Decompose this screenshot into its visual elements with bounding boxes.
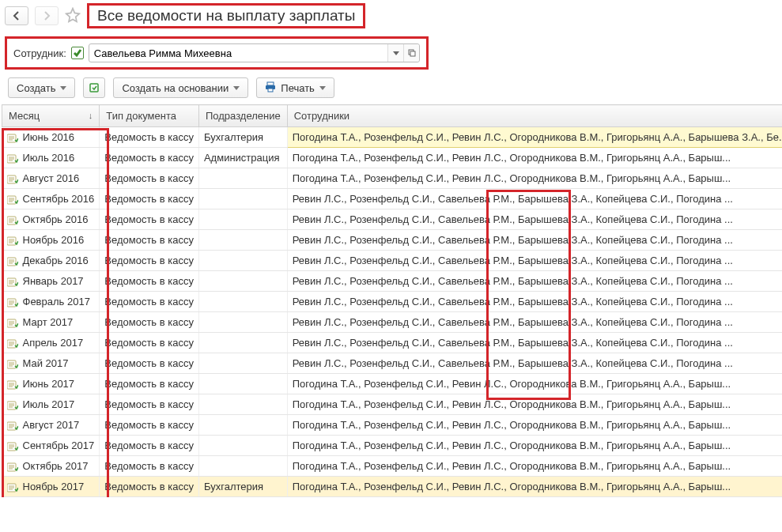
document-posted-icon — [7, 483, 18, 492]
cell-dept — [198, 209, 287, 230]
cell-doctype: Ведомость в кассу — [100, 436, 199, 456]
cell-dept — [198, 333, 287, 353]
filter-employee-input[interactable] — [89, 44, 387, 62]
cell-doctype: Ведомость в кассу — [100, 127, 199, 148]
svg-rect-3 — [267, 82, 274, 85]
cell-doctype: Ведомость в кассу — [100, 415, 199, 436]
cell-month: Май 2017 — [2, 353, 100, 374]
cell-dept — [198, 374, 287, 394]
filter-employee-checkbox[interactable] — [71, 47, 84, 59]
cell-doctype: Ведомость в кассу — [100, 148, 199, 168]
cell-month: Апрель 2017 — [2, 333, 100, 353]
table-row[interactable]: Август 2017Ведомость в кассуПогодина Т.А… — [2, 415, 783, 436]
col-month[interactable]: Месяц ↓ — [2, 105, 100, 127]
svg-rect-2 — [90, 84, 98, 92]
cell-employees: Погодина Т.А., Розенфельд С.И., Ревин Л.… — [287, 477, 782, 497]
document-posted-icon — [7, 339, 18, 349]
cell-employees: Погодина Т.А., Розенфельд С.И., Ревин Л.… — [287, 394, 782, 415]
table-row[interactable]: Март 2017Ведомость в кассуРевин Л.С., Ро… — [2, 312, 783, 333]
create-on-basis-button[interactable]: Создать на основании — [113, 77, 248, 98]
page-title: Все ведомости на выплату зарплаты — [97, 7, 355, 24]
cell-employees: Ревин Л.С., Розенфельд С.И., Савельева Р… — [287, 189, 782, 209]
table-row[interactable]: Май 2017Ведомость в кассуРевин Л.С., Роз… — [2, 353, 783, 374]
cell-doctype: Ведомость в кассу — [100, 271, 199, 292]
combo-dropdown-button[interactable] — [387, 44, 403, 62]
cell-dept — [198, 394, 287, 415]
table-row[interactable]: Октябрь 2016Ведомость в кассуРевин Л.С.,… — [2, 209, 783, 230]
cell-doctype: Ведомость в кассу — [100, 394, 199, 415]
cell-doctype: Ведомость в кассу — [100, 168, 199, 189]
cell-dept — [198, 312, 287, 333]
table-row[interactable]: Июль 2017Ведомость в кассуПогодина Т.А.,… — [2, 394, 783, 415]
cell-doctype: Ведомость в кассу — [100, 189, 199, 209]
create-button-label: Создать — [17, 82, 55, 94]
table-row[interactable]: Август 2016Ведомость в кассуПогодина Т.А… — [2, 168, 783, 189]
table-row[interactable]: Февраль 2017Ведомость в кассуРевин Л.С.,… — [2, 292, 783, 312]
printer-icon — [265, 81, 276, 95]
cell-doctype: Ведомость в кассу — [100, 230, 199, 251]
cell-month: Август 2016 — [2, 168, 100, 189]
cell-dept: Бухгалтерия — [198, 127, 287, 148]
table-row[interactable]: Ноябрь 2016Ведомость в кассуРевин Л.С., … — [2, 230, 783, 251]
table-row[interactable]: Апрель 2017Ведомость в кассуРевин Л.С., … — [2, 333, 783, 353]
document-posted-icon — [7, 134, 18, 143]
print-button[interactable]: Печать — [256, 77, 334, 98]
document-posted-icon — [7, 462, 18, 472]
document-posted-icon — [7, 319, 18, 328]
col-doctype[interactable]: Тип документа — [100, 105, 199, 127]
cell-dept: Бухгалтерия — [198, 477, 287, 497]
cell-employees: Погодина Т.А., Розенфельд С.И., Ревин Л.… — [287, 456, 782, 477]
sort-indicator-icon: ↓ — [89, 111, 93, 120]
document-posted-icon — [7, 236, 18, 246]
cell-dept — [198, 189, 287, 209]
filter-employee-combo[interactable] — [89, 43, 420, 62]
document-posted-icon — [7, 442, 18, 451]
cell-doctype: Ведомость в кассу — [100, 374, 199, 394]
cell-employees: Ревин Л.С., Розенфельд С.И., Савельева Р… — [287, 209, 782, 230]
document-posted-icon — [7, 216, 18, 225]
table-row[interactable]: Декабрь 2016Ведомость в кассуРевин Л.С.,… — [2, 251, 783, 271]
filter-employee-block: Сотрудник: — [5, 36, 429, 70]
table-row[interactable]: Июнь 2016Ведомость в кассуБухгалтерияПог… — [2, 127, 783, 148]
cell-employees: Погодина Т.А., Розенфельд С.И., Ревин Л.… — [287, 168, 782, 189]
col-dept[interactable]: Подразделение — [198, 105, 287, 127]
cell-dept — [198, 168, 287, 189]
cell-doctype: Ведомость в кассу — [100, 477, 199, 497]
document-posted-icon — [7, 421, 18, 431]
cell-month: Ноябрь 2017 — [2, 477, 100, 497]
document-posted-icon — [7, 175, 18, 184]
refresh-button[interactable] — [83, 77, 105, 98]
cell-month: Август 2017 — [2, 415, 100, 436]
table-row[interactable]: Июль 2016Ведомость в кассуАдминистрацияП… — [2, 148, 783, 168]
cell-month: Декабрь 2016 — [2, 251, 100, 271]
table-row[interactable]: Сентябрь 2016Ведомость в кассуРевин Л.С.… — [2, 189, 783, 209]
document-posted-icon — [7, 277, 18, 287]
cell-employees: Ревин Л.С., Розенфельд С.И., Савельева Р… — [287, 333, 782, 353]
cell-employees: Погодина Т.А., Розенфельд С.И., Ревин Л.… — [287, 148, 782, 168]
payroll-grid[interactable]: Месяц ↓ Тип документа Подразделение Сотр… — [2, 104, 782, 497]
document-posted-icon — [7, 380, 18, 390]
document-posted-icon — [7, 195, 18, 205]
back-button[interactable] — [5, 6, 28, 25]
cell-month: Январь 2017 — [2, 271, 100, 292]
table-row[interactable]: Ноябрь 2017Ведомость в кассуБухгалтерияП… — [2, 477, 783, 497]
combo-open-button[interactable] — [403, 44, 419, 62]
col-employees[interactable]: Сотрудники — [287, 105, 782, 127]
cell-employees: Ревин Л.С., Розенфельд С.И., Савельева Р… — [287, 251, 782, 271]
table-row[interactable]: Сентябрь 2017Ведомость в кассуПогодина Т… — [2, 436, 783, 456]
forward-button[interactable] — [35, 6, 59, 25]
create-on-basis-label: Создать на основании — [122, 82, 229, 94]
cell-dept — [198, 415, 287, 436]
cell-doctype: Ведомость в кассу — [100, 333, 199, 353]
cell-doctype: Ведомость в кассу — [100, 312, 199, 333]
svg-rect-1 — [410, 51, 415, 56]
table-row[interactable]: Октябрь 2017Ведомость в кассуПогодина Т.… — [2, 456, 783, 477]
create-button[interactable]: Создать — [8, 77, 75, 98]
favorite-star-icon[interactable] — [65, 7, 81, 25]
cell-month: Сентябрь 2016 — [2, 189, 100, 209]
table-row[interactable]: Январь 2017Ведомость в кассуРевин Л.С., … — [2, 271, 783, 292]
cell-dept — [198, 456, 287, 477]
table-row[interactable]: Июнь 2017Ведомость в кассуПогодина Т.А.,… — [2, 374, 783, 394]
cell-dept — [198, 436, 287, 456]
cell-employees: Ревин Л.С., Розенфельд С.И., Савельева Р… — [287, 292, 782, 312]
